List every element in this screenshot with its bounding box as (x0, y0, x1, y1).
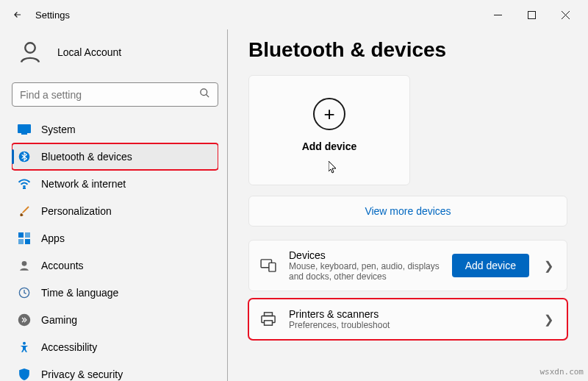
window-controls (481, 3, 582, 26)
chevron-right-icon[interactable]: ❯ (541, 313, 556, 327)
apps-icon (18, 232, 31, 245)
add-device-button[interactable]: Add device (452, 254, 529, 277)
person-icon (18, 259, 31, 272)
plus-icon: + (313, 98, 345, 130)
svg-rect-3 (18, 124, 31, 133)
printers-text: Printers & scanners Preferences, trouble… (289, 308, 529, 330)
nav-item-personalization[interactable]: Personalization (12, 198, 218, 224)
svg-point-14 (23, 342, 26, 345)
brush-icon (18, 204, 31, 218)
devices-title: Devices (289, 249, 440, 261)
printers-row[interactable]: Printers & scanners Preferences, trouble… (248, 299, 567, 340)
nav-label: Network & internet (41, 178, 126, 190)
avatar-icon (15, 37, 46, 68)
chevron-right-icon[interactable]: ❯ (541, 259, 556, 273)
nav-item-privacy[interactable]: Privacy & security (12, 361, 218, 381)
profile-section[interactable]: Local Account (12, 29, 218, 82)
bluetooth-icon (18, 150, 31, 163)
nav-item-accessibility[interactable]: Accessibility (12, 334, 218, 360)
svg-rect-9 (18, 239, 24, 244)
devices-icon (259, 257, 277, 274)
devices-row[interactable]: Devices Mouse, keyboard, pen, audio, dis… (248, 240, 567, 291)
devices-subtitle: Mouse, keyboard, pen, audio, displays an… (289, 261, 440, 282)
nav-label: Time & language (41, 287, 118, 299)
svg-rect-7 (18, 232, 24, 238)
nav-label: Bluetooth & devices (41, 151, 132, 163)
wifi-icon (18, 177, 31, 190)
svg-rect-19 (265, 321, 273, 325)
search-input[interactable] (20, 89, 199, 101)
watermark: wsxdn.com (539, 367, 584, 377)
view-more-devices-link[interactable]: View more devices (248, 196, 567, 227)
nav-label: Gaming (41, 314, 77, 326)
close-button[interactable] (548, 3, 582, 26)
nav-label: Personalization (41, 205, 112, 217)
shield-icon (18, 368, 31, 381)
svg-rect-16 (269, 263, 276, 271)
svg-rect-0 (528, 11, 535, 18)
cursor-icon (329, 161, 339, 174)
nav-label: Accounts (41, 260, 84, 271)
nav-label: System (41, 124, 76, 135)
window-title: Settings (35, 10, 70, 21)
svg-rect-4 (21, 133, 27, 135)
username-label: Local Account (57, 46, 121, 58)
clock-icon (18, 286, 31, 299)
search-box[interactable] (12, 82, 218, 107)
nav-label: Privacy & security (41, 368, 123, 380)
printers-title: Printers & scanners (289, 308, 529, 320)
svg-point-11 (22, 261, 27, 266)
nav-item-network[interactable]: Network & internet (12, 171, 218, 197)
printer-icon (259, 310, 277, 328)
accessibility-icon (18, 341, 31, 354)
nav-item-apps[interactable]: Apps (12, 225, 218, 252)
minimize-button[interactable] (481, 3, 514, 26)
page-title: Bluetooth & devices (248, 38, 567, 62)
maximize-button[interactable] (514, 3, 548, 26)
nav-list: System Bluetooth & devices Network & int… (12, 115, 218, 381)
search-icon (199, 88, 210, 102)
nav-label: Accessibility (41, 341, 97, 353)
nav-item-accounts[interactable]: Accounts (12, 252, 218, 279)
add-device-tile[interactable]: + Add device (248, 75, 410, 185)
svg-point-6 (24, 188, 25, 189)
nav-item-bluetooth[interactable]: Bluetooth & devices (12, 143, 218, 170)
svg-point-1 (25, 43, 35, 53)
gaming-icon (18, 313, 31, 327)
svg-rect-8 (25, 232, 30, 238)
nav-item-system[interactable]: System (12, 116, 218, 143)
titlebar: Settings (0, 0, 588, 29)
printers-subtitle: Preferences, troubleshoot (289, 320, 529, 330)
sidebar: Local Account System Bluetooth & devices… (0, 29, 228, 381)
svg-rect-10 (25, 239, 30, 244)
nav-label: Apps (41, 232, 65, 244)
content-area: Bluetooth & devices + Add device View mo… (228, 29, 588, 381)
add-device-label: Add device (302, 140, 357, 152)
nav-item-time[interactable]: Time & language (12, 279, 218, 306)
svg-point-2 (201, 89, 207, 96)
nav-item-gaming[interactable]: Gaming (12, 307, 218, 333)
devices-text: Devices Mouse, keyboard, pen, audio, dis… (289, 249, 440, 282)
back-button[interactable] (6, 3, 29, 26)
system-icon (18, 123, 31, 136)
